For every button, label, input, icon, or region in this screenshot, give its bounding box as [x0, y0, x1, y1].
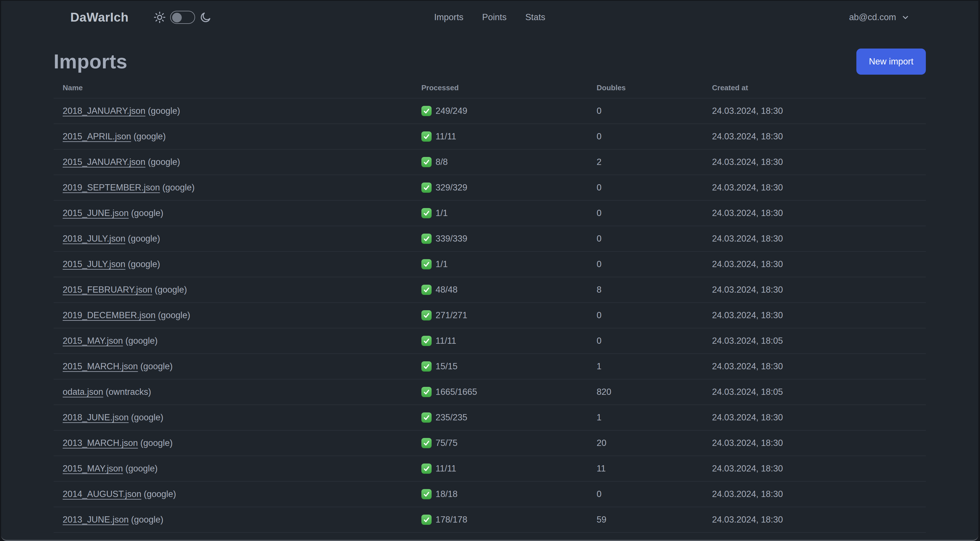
import-file-link[interactable]: 2018_JANUARY.json	[63, 106, 145, 116]
name-cell: 2015_APRIL.json (google)	[54, 131, 422, 142]
import-file-link[interactable]: 2014_AUGUST.json	[63, 489, 141, 499]
processed-count: 1/1	[436, 259, 448, 270]
created-at-cell: 24.03.2024, 18:30	[712, 412, 926, 423]
import-file-link[interactable]: 2013_MARCH.json	[63, 438, 138, 448]
table-row: 2018_JANUARY.json (google) 249/249 0 24.…	[54, 98, 926, 123]
import-source: (google)	[128, 259, 160, 269]
processed-count: 271/271	[436, 310, 467, 321]
import-file-link[interactable]: 2015_MAY.json	[63, 463, 123, 474]
processed-count: 18/18	[436, 489, 458, 499]
import-file-link[interactable]: 2015_MAY.json	[63, 336, 123, 346]
theme-switch[interactable]	[170, 11, 195, 24]
check-green-icon	[422, 412, 431, 423]
app-window: DaWarIch	[1, 1, 978, 541]
doubles-cell: 0	[597, 259, 712, 270]
import-file-link[interactable]: 2019_SEPTEMBER.json	[63, 182, 160, 192]
main-content: Imports New import Name Processed Double…	[54, 48, 926, 541]
processed-count: 15/15	[436, 361, 458, 372]
page-title: Imports	[54, 50, 127, 73]
sun-icon	[154, 11, 165, 23]
doubles-cell: 11	[597, 463, 712, 474]
created-at-cell: 24.03.2024, 18:30	[712, 259, 926, 270]
import-source: (google)	[131, 515, 163, 525]
processed-cell: 1/1	[422, 259, 597, 270]
name-cell: 2015_JULY.json (google)	[54, 259, 422, 270]
check-green-icon	[422, 463, 431, 474]
import-source: (google)	[144, 489, 176, 499]
name-cell: odata.json (owntracks)	[54, 387, 422, 397]
nav-link-points[interactable]: Points	[482, 12, 506, 22]
import-file-link[interactable]: 2018_JULY.json	[63, 234, 125, 244]
import-file-link[interactable]: 2015_APRIL.json	[63, 131, 131, 141]
check-green-icon	[422, 285, 431, 295]
check-green-icon	[422, 259, 431, 270]
import-source: (google)	[125, 463, 158, 474]
processed-count: 11/11	[436, 131, 456, 142]
brand-logo[interactable]: DaWarIch	[70, 10, 129, 24]
column-header-doubles: Doubles	[597, 83, 712, 92]
column-header-processed: Processed	[422, 83, 597, 92]
created-at-cell: 24.03.2024, 18:30	[712, 182, 926, 193]
check-green-icon	[422, 131, 431, 142]
check-green-icon	[422, 387, 431, 397]
name-cell: 2018_JUNE.json (google)	[54, 412, 422, 423]
import-source: (google)	[131, 412, 163, 422]
processed-cell: 329/329	[422, 182, 597, 193]
import-source: (google)	[155, 285, 187, 295]
import-file-link[interactable]: 2013_JUNE.json	[63, 515, 129, 525]
processed-cell: 1/1	[422, 208, 597, 218]
check-green-icon	[422, 208, 431, 218]
theme-switch-knob[interactable]	[172, 13, 182, 22]
created-at-cell: 24.03.2024, 18:05	[712, 336, 926, 346]
import-file-link[interactable]: 2015_JANUARY.json	[63, 157, 145, 167]
account-menu[interactable]: ab@cd.com	[849, 12, 910, 22]
name-cell: 2018_JULY.json (google)	[54, 234, 422, 244]
name-cell: 2018_JANUARY.json (google)	[54, 106, 422, 116]
name-cell: 2015_MAY.json (google)	[54, 463, 422, 474]
created-at-cell: 24.03.2024, 18:30	[712, 310, 926, 321]
created-at-cell: 24.03.2024, 18:30	[712, 515, 926, 525]
doubles-cell: 8	[597, 285, 712, 295]
table-row-partial	[54, 532, 926, 541]
processed-cell: 178/178	[422, 515, 597, 525]
import-file-link[interactable]: 2015_JUNE.json	[63, 208, 129, 218]
imports-table: Name Processed Doubles Created at 2018_J…	[54, 78, 926, 541]
table-row: 2015_APRIL.json (google) 11/11 0 24.03.2…	[54, 123, 926, 149]
import-file-link[interactable]: 2018_JUNE.json	[63, 412, 129, 422]
processed-cell: 11/11	[422, 336, 597, 346]
doubles-cell: 0	[597, 208, 712, 218]
doubles-cell: 0	[597, 489, 712, 499]
check-green-icon	[422, 157, 431, 167]
name-cell: 2013_MARCH.json (google)	[54, 438, 422, 448]
name-cell: 2015_JANUARY.json (google)	[54, 157, 422, 167]
name-cell: 2015_MARCH.json (google)	[54, 361, 422, 372]
processed-count: 339/339	[436, 234, 467, 244]
check-green-icon	[422, 336, 431, 346]
import-file-link[interactable]: 2015_JULY.json	[63, 259, 125, 269]
import-file-link[interactable]: 2015_MARCH.json	[63, 361, 138, 371]
import-file-link[interactable]: odata.json	[63, 387, 103, 397]
import-file-link[interactable]: 2015_FEBRUARY.json	[63, 285, 152, 295]
created-at-cell: 24.03.2024, 18:30	[712, 489, 926, 499]
processed-count: 11/11	[436, 336, 456, 346]
processed-cell: 339/339	[422, 234, 597, 244]
doubles-cell: 1	[597, 361, 712, 372]
check-green-icon	[422, 182, 431, 193]
chevron-down-icon	[901, 13, 910, 22]
nav-link-imports[interactable]: Imports	[434, 12, 463, 22]
table-header-row: Name Processed Doubles Created at	[54, 78, 926, 98]
created-at-cell: 24.03.2024, 18:30	[712, 438, 926, 448]
processed-count: 1665/1665	[436, 387, 477, 397]
created-at-cell: 24.03.2024, 18:30	[712, 234, 926, 244]
import-file-link[interactable]: 2019_DECEMBER.json	[63, 310, 155, 320]
created-at-cell: 24.03.2024, 18:30	[712, 361, 926, 372]
processed-count: 8/8	[436, 157, 448, 167]
new-import-button[interactable]: New import	[856, 48, 926, 75]
table-row: 2015_MARCH.json (google) 15/15 1 24.03.2…	[54, 353, 926, 379]
nav-link-stats[interactable]: Stats	[525, 12, 545, 22]
table-row: 2013_MARCH.json (google) 75/75 20 24.03.…	[54, 430, 926, 456]
table-row: 2018_JULY.json (google) 339/339 0 24.03.…	[54, 226, 926, 251]
processed-count: 235/235	[436, 412, 467, 423]
name-cell: 2015_JUNE.json (google)	[54, 208, 422, 218]
navbar: DaWarIch	[1, 1, 978, 34]
